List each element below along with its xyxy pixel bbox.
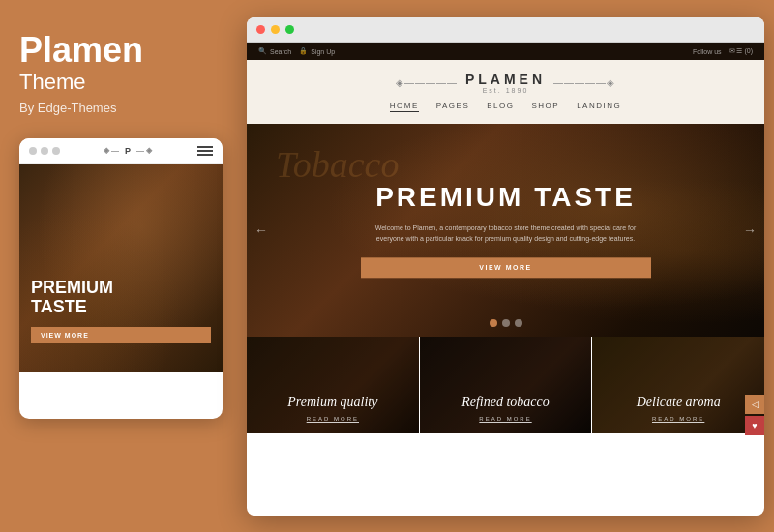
site-logo-deco-right: —————◈ — [553, 77, 615, 88]
theme-subtitle: Theme — [19, 70, 221, 95]
hero-title: PREMIUM TASTE — [361, 182, 651, 213]
side-button-red[interactable]: ♥ — [745, 416, 764, 435]
browser-chrome — [247, 17, 764, 43]
site-header: ◈————— PLAMEN Est. 1890 —————◈ HOME PAGE… — [247, 60, 764, 124]
feature-card-1-title: Premium quality — [247, 395, 419, 410]
feature-card-3-link[interactable]: READ MORE — [592, 416, 764, 422]
nav-item-landing[interactable]: LANDING — [577, 102, 621, 112]
mobile-logo-text: P — [125, 146, 133, 156]
site-logo-deco-left: ◈————— — [396, 77, 458, 88]
left-panel: Plamen Theme By Edge-Themes ◈— P —◈ PREM… — [0, 0, 240, 532]
mobile-window-dots — [29, 147, 60, 155]
site-brand-name: PLAMEN — [465, 72, 546, 87]
site-est-label: Est. 1890 — [465, 87, 546, 94]
hero-view-more-button[interactable]: VIEW MORE — [361, 258, 651, 279]
feature-card-1: Premium quality READ MORE — [247, 337, 420, 433]
mobile-dot-3 — [52, 147, 60, 155]
mobile-hero-section: PREMIUMTASTE VIEW MORE — [19, 164, 223, 372]
hero-dot-2[interactable] — [502, 319, 510, 327]
topbar-search[interactable]: 🔍 Search — [258, 47, 291, 55]
browser-preview: 🔍 Search 🔒 Sign Up Follow us ✉ ☰ (0) ◈——… — [247, 17, 764, 516]
mobile-toolbar: ◈— P —◈ — [19, 138, 223, 164]
feature-card-3-title: Delicate aroma — [592, 395, 764, 410]
feature-card-1-link[interactable]: READ MORE — [247, 416, 419, 422]
feature-card-3: Delicate aroma READ MORE — [592, 337, 764, 433]
topbar-icons: ✉ ☰ (0) — [729, 47, 753, 55]
theme-title: Plamen — [19, 31, 221, 70]
feature-card-2-content: Refined tobacco READ MORE — [420, 395, 592, 422]
site-topbar: 🔍 Search 🔒 Sign Up Follow us ✉ ☰ (0) — [247, 43, 764, 60]
mobile-logo-deco-right: —◈ — [136, 146, 154, 155]
mobile-dot-2 — [41, 147, 48, 155]
site-logo-text: PLAMEN Est. 1890 — [465, 72, 546, 94]
mobile-view-more-button[interactable]: VIEW MORE — [31, 327, 211, 343]
browser-minimize-dot[interactable] — [271, 25, 280, 34]
site-navigation: HOME PAGES BLOG SHOP LANDING — [390, 102, 621, 112]
hero-dot-3[interactable] — [515, 319, 522, 327]
browser-maximize-dot[interactable] — [285, 25, 294, 34]
side-floating-buttons: ◁ ♥ — [745, 395, 764, 435]
site-logo-area: ◈————— PLAMEN Est. 1890 —————◈ — [396, 72, 615, 94]
feature-card-2: Refined tobacco READ MORE — [420, 337, 593, 433]
nav-item-blog[interactable]: BLOG — [487, 102, 514, 112]
nav-item-shop[interactable]: SHOP — [531, 102, 559, 112]
mobile-hero-title: PREMIUMTASTE — [31, 279, 211, 317]
theme-author: By Edge-Themes — [19, 101, 221, 115]
feature-card-1-content: Premium quality READ MORE — [247, 395, 419, 422]
hero-dot-1[interactable] — [490, 319, 497, 327]
feature-card-3-content: Delicate aroma READ MORE — [592, 395, 764, 422]
side-button-orange[interactable]: ◁ — [745, 395, 764, 414]
browser-close-dot[interactable] — [256, 25, 265, 34]
mobile-dot-1 — [29, 147, 37, 155]
mobile-preview-card: ◈— P —◈ PREMIUMTASTE VIEW MORE — [19, 138, 223, 419]
hero-content: PREMIUM TASTE Welcome to Plamen, a conte… — [361, 182, 651, 278]
hero-slide-dots — [490, 319, 522, 327]
feature-cards-section: Premium quality READ MORE Refined tobacc… — [247, 337, 764, 433]
feature-card-2-link[interactable]: READ MORE — [420, 416, 592, 422]
mobile-menu-icon[interactable] — [197, 146, 213, 156]
hero-description: Welcome to Plamen, a contemporary tobacc… — [361, 222, 651, 244]
topbar-signup[interactable]: 🔒 Sign Up — [299, 47, 335, 55]
topbar-right: Follow us ✉ ☰ (0) — [693, 47, 753, 55]
topbar-follow: Follow us — [693, 48, 722, 55]
feature-card-2-title: Refined tobacco — [420, 395, 592, 410]
nav-item-pages[interactable]: PAGES — [436, 102, 469, 112]
mobile-logo: ◈— P —◈ — [104, 146, 154, 156]
mobile-logo-deco-left: ◈— — [104, 146, 121, 155]
topbar-left: 🔍 Search 🔒 Sign Up — [258, 47, 335, 55]
mobile-hero-content: PREMIUMTASTE VIEW MORE — [31, 279, 211, 343]
nav-item-home[interactable]: HOME — [390, 102, 419, 112]
site-hero-section: Tobacco PREMIUM TASTE Welcome to Plamen,… — [247, 124, 764, 337]
